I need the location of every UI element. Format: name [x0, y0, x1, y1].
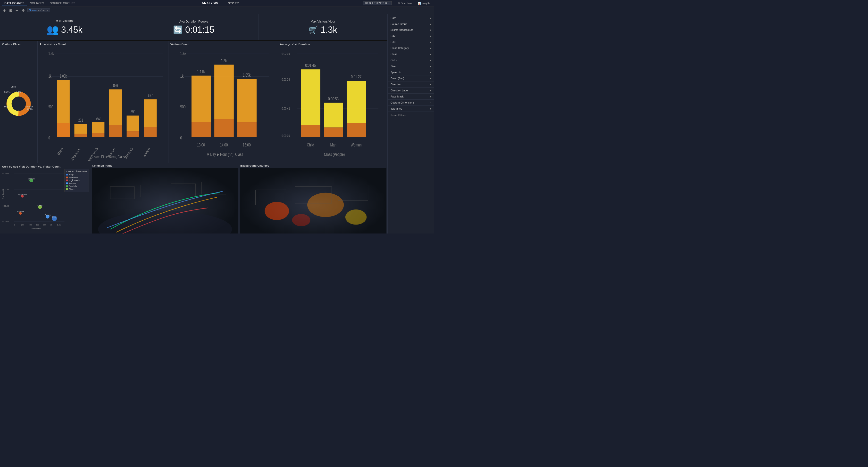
svg-rect-69 [301, 69, 320, 125]
content-area: # of Visitors 👥 3.45k Avg Duration Peopl… [0, 14, 388, 234]
kpi-visitors-value: 3.45k [61, 25, 83, 35]
svg-point-119 [307, 193, 344, 217]
cart-icon: 🛒 [309, 25, 318, 34]
chevron-speed-in-icon: ▾ [430, 71, 431, 74]
common-paths-panel: Common Paths [91, 163, 239, 234]
svg-text:677: 677 [148, 93, 153, 98]
nav-tab-sources[interactable]: SOURCES [28, 1, 46, 6]
kpi-duration: Avg Duration People 🔄 0:01:15 [129, 14, 258, 40]
selections-button[interactable]: ⊞ Selections [396, 1, 414, 5]
bg-changes-svg [240, 168, 386, 234]
svg-text:0:00:00: 0:00:00 [282, 134, 290, 138]
svg-rect-23 [92, 122, 104, 133]
filter-direction-label: Direction [391, 83, 401, 86]
retail-trends-label: RETAIL TRENDS [365, 2, 384, 5]
filter-source-group[interactable]: Source Group ▾ [388, 21, 434, 27]
filter-source[interactable]: Source Handbag Sto _ ▾ [388, 27, 434, 33]
nav-tab-dashboards[interactable]: DASHBOARDS [2, 1, 27, 6]
svg-text:Man: Man [330, 142, 336, 147]
filter-custom-dimensions[interactable]: Custom Dimensions ▸ [388, 100, 434, 106]
background-changes-panel: Background Changes [239, 163, 388, 234]
filter-source-group-label: Source Group [391, 23, 407, 26]
cam-overlay-bg [240, 168, 386, 234]
filter-date[interactable]: Date ▾ [388, 15, 434, 21]
visitors-class-title: Visitors Class [2, 43, 35, 45]
svg-rect-20 [74, 134, 87, 137]
svg-text:0: 0 [49, 135, 50, 140]
legend-bags: Bags [66, 173, 87, 176]
filter-speed-in[interactable]: Speed in ▾ [388, 69, 434, 75]
filter-size-label: Size [391, 65, 396, 68]
svg-rect-48 [191, 76, 211, 122]
svg-rect-24 [92, 133, 104, 137]
visitors-icon: 👥 [46, 24, 59, 35]
svg-text:13:00: 13:00 [197, 142, 205, 147]
filter-direction[interactable]: Direction ▾ [388, 81, 434, 88]
settings-button[interactable]: ⚙ [21, 8, 26, 13]
avg-visit-title: Average Visit Duration [280, 43, 385, 45]
chevron-direction-icon: ▾ [430, 83, 431, 86]
chevron-day-icon: ▾ [430, 35, 431, 37]
svg-text:1k: 1k [180, 74, 184, 78]
svg-text:1.5k: 1.5k [49, 51, 54, 56]
svg-rect-73 [324, 103, 343, 128]
filter-size[interactable]: Size ▾ [388, 63, 434, 69]
insights-icon: 📊 [418, 2, 421, 5]
svg-rect-74 [324, 128, 343, 137]
svg-text:1k: 1k [49, 73, 52, 78]
kpi-visitors-title: # of Visitors [56, 19, 73, 23]
zoom-in-button[interactable]: ⊕ [2, 8, 7, 13]
svg-text:400: 400 [29, 224, 32, 226]
reset-filters-button[interactable]: Reset Filters [388, 112, 434, 119]
filter-color[interactable]: Color ▾ [388, 57, 434, 63]
filter-day[interactable]: Day ▾ [388, 33, 434, 39]
filter-tolerance[interactable]: Tolerance ▾ [388, 106, 434, 112]
svg-text:Entrance: Entrance [17, 210, 24, 213]
undo-button[interactable]: ↩ [14, 8, 20, 13]
right-sidebar: Date ▾ Source Group ▾ Source Handbag Sto… [388, 14, 434, 234]
svg-rect-77 [347, 81, 366, 123]
svg-text:0:08:38: 0:08:38 [2, 173, 9, 175]
svg-rect-32 [127, 131, 139, 137]
retail-trends-button[interactable]: RETAIL TRENDS 🖥 ▾ [363, 1, 392, 5]
svg-text:⊞ Day  ▶ Hour (hh), Class: ⊞ Day ▶ Hour (hh), Class [207, 152, 243, 157]
filter-class[interactable]: Class ▾ [388, 51, 434, 57]
insights-button[interactable]: 📊 Insights [416, 1, 432, 5]
filter-tolerance-label: Tolerance [391, 107, 402, 110]
svg-text:0: 0 [180, 136, 182, 140]
filter-face-mask[interactable]: Face Mask ▾ [388, 94, 434, 100]
filter-face-mask-label: Face Mask [391, 95, 404, 98]
legend-entrance: Entrance [66, 176, 87, 179]
svg-text:Sandals: Sandals [28, 178, 35, 180]
svg-rect-49 [191, 122, 211, 137]
svg-text:Child: Child [307, 142, 314, 147]
nav-tab-source-groups[interactable]: SOURCE GROUPS [48, 1, 78, 6]
svg-text:856: 856 [113, 83, 118, 88]
svg-text:Man: Man [4, 105, 8, 108]
svg-text:Shoes: Shoes [143, 146, 151, 158]
svg-text:Custom Dimensions, Class: Custom Dimensions, Class [91, 155, 125, 159]
svg-rect-35 [144, 99, 157, 127]
svg-text:390: 390 [131, 109, 135, 114]
svg-point-120 [345, 209, 367, 225]
kpi-row: # of Visitors 👥 3.45k Avg Duration Peopl… [0, 14, 388, 41]
filter-direction-label[interactable]: Direction Label ▾ [388, 88, 434, 94]
svg-point-0 [12, 97, 26, 110]
insights-label: Insights [422, 2, 430, 5]
filter-day-label: Day [391, 34, 395, 37]
visitors-class-panel: Visitors Class [0, 41, 38, 163]
legend-shoes: Shoes [66, 188, 87, 190]
filter-hour[interactable]: Hour ▾ [388, 39, 434, 45]
svg-text:500: 500 [49, 104, 53, 109]
tab-analysis[interactable]: ANALYSIS [199, 0, 221, 6]
filter-class-category[interactable]: Class Category ▾ [388, 45, 434, 51]
nav-right: RETAIL TRENDS 🖥 ▾ ⊞ Selections 📊 Insight… [363, 1, 432, 5]
tab-story[interactable]: STORY [225, 1, 242, 6]
source-close-icon[interactable]: ✕ [46, 9, 48, 12]
kpi-duration-title: Avg Duration People [179, 20, 208, 23]
top-nav: DASHBOARDS SOURCES SOURCE GROUPS ANALYSI… [0, 0, 434, 7]
filter-dwell[interactable]: Dwell (Sec) ▾ [388, 75, 434, 81]
center-nav: ANALYSIS STORY [199, 0, 241, 6]
source-selector[interactable]: Source 2 of 36 ✕ [27, 8, 50, 12]
svg-text:1.05k: 1.05k [243, 73, 250, 77]
